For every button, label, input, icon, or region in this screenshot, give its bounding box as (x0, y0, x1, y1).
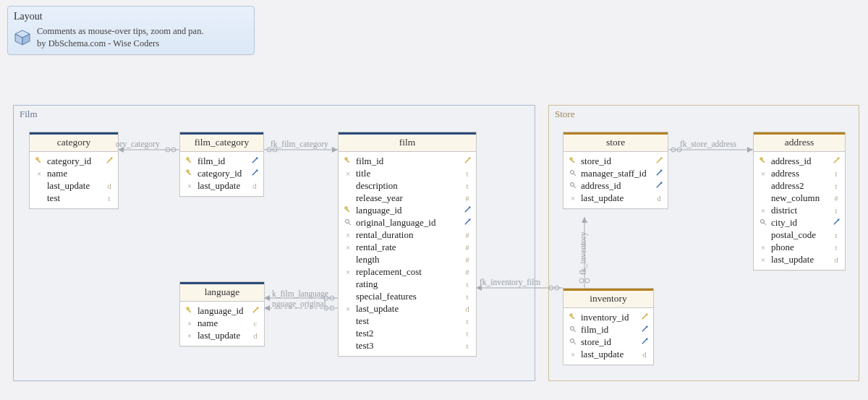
col-left-icon (568, 169, 578, 179)
column-row[interactable]: release_year# (339, 192, 476, 204)
column-row[interactable]: ×addresst (754, 167, 845, 179)
svg-point-48 (571, 170, 574, 174)
column-row[interactable]: film_id (339, 155, 476, 167)
rel-film-language: k_film_language (272, 289, 328, 298)
col-right-icon (250, 156, 259, 166)
column-row[interactable]: ×last_updated (180, 179, 263, 192)
column-row[interactable]: address2t (754, 179, 845, 192)
column-row[interactable]: address_id (754, 155, 845, 167)
column-row[interactable]: ×rental_duration# (339, 229, 476, 241)
column-row[interactable]: manager_staff_id (563, 167, 668, 179)
col-right-icon: t (832, 182, 841, 190)
entity-language[interactable]: languagelanguage_id×namec×last_updated (179, 281, 265, 346)
svg-line-61 (574, 330, 576, 332)
col-right-icon: d (640, 350, 649, 359)
svg-line-53 (574, 186, 576, 188)
group-label-store: Store (555, 108, 574, 120)
column-name: film_id (195, 156, 250, 167)
column-row[interactable]: ×last_updated (754, 253, 845, 265)
column-row[interactable]: test3t (339, 339, 476, 352)
column-row[interactable]: testt (339, 315, 476, 327)
col-left-icon: × (568, 194, 578, 203)
col-right-icon: d (463, 305, 472, 313)
col-left-icon: × (184, 331, 195, 340)
column-row[interactable]: descriptiont (339, 179, 476, 192)
entity-inventory[interactable]: inventoryinventory_idfilm_idstore_id×las… (563, 288, 654, 365)
column-row[interactable]: ×last_updated (180, 329, 264, 341)
column-row[interactable]: store_id (563, 155, 668, 167)
column-row[interactable]: category_id (180, 167, 263, 179)
layout-info-panel: Layout Comments as mouse-over tips, zoom… (7, 6, 255, 55)
entity-title[interactable]: address (754, 132, 845, 152)
column-row[interactable]: inventory_id (563, 311, 653, 323)
column-row[interactable]: test2t (339, 327, 476, 339)
column-row[interactable]: store_id (563, 336, 653, 348)
column-row[interactable]: ×name (30, 167, 118, 179)
column-row[interactable]: ×replacement_cost# (339, 265, 476, 278)
col-left-icon (184, 156, 195, 166)
svg-rect-41 (187, 309, 191, 312)
column-row[interactable]: city_id (754, 216, 845, 229)
entity-title[interactable]: language (180, 282, 264, 302)
column-row[interactable]: original_language_id (339, 216, 476, 229)
entity-title[interactable]: film (339, 132, 476, 152)
entity-address[interactable]: addressaddress_id×addresstaddress2tnew_c… (753, 132, 846, 271)
column-row[interactable]: ×titlet (339, 167, 476, 179)
entity-film[interactable]: filmfilm_id×titletdescriptiontrelease_ye… (338, 132, 477, 357)
column-name: address_id (578, 180, 655, 192)
col-right-icon (655, 181, 663, 190)
column-row[interactable]: ×rental_rate# (339, 241, 476, 253)
column-row[interactable]: film_id (180, 155, 263, 167)
entity-title[interactable]: film_category (180, 132, 263, 152)
svg-line-65 (574, 342, 576, 344)
svg-rect-29 (346, 159, 349, 163)
svg-rect-17 (37, 159, 41, 163)
column-row[interactable]: last_updated (30, 179, 118, 192)
column-name: title (353, 168, 463, 179)
column-row[interactable]: category_id (30, 155, 118, 167)
column-row[interactable]: address_id (563, 179, 668, 192)
entity-title[interactable]: inventory (563, 289, 653, 308)
col-right-icon: d (250, 182, 259, 190)
column-row[interactable]: ×last_updated (563, 348, 653, 360)
col-right-icon: d (832, 255, 841, 264)
column-row[interactable]: ratingt (339, 278, 476, 290)
column-row[interactable]: new_column# (754, 192, 845, 204)
col-right-icon (640, 325, 649, 334)
column-row[interactable]: ×last_updated (339, 302, 476, 315)
column-name: last_update (44, 180, 105, 192)
column-row[interactable]: ×namec (180, 317, 264, 329)
col-left-icon: × (758, 169, 768, 178)
column-name: address_id (768, 156, 832, 167)
col-right-icon (832, 156, 841, 166)
col-left-icon (568, 181, 578, 191)
column-name: special_features (353, 291, 463, 302)
column-row[interactable]: film_id (563, 323, 653, 336)
column-row[interactable]: language_id (339, 204, 476, 216)
column-row[interactable]: ×phonet (754, 241, 845, 253)
column-name: district (768, 205, 832, 216)
column-name: address2 (768, 180, 832, 192)
entity-film-category[interactable]: film_categoryfilm_idcategory_id×last_upd… (179, 132, 264, 197)
entity-store[interactable]: storestore_idmanager_staff_idaddress_id×… (563, 132, 668, 209)
col-right-icon: t (463, 169, 472, 178)
diagram-canvas[interactable]: Layout Comments as mouse-over tips, zoom… (0, 0, 868, 400)
col-right-icon (463, 156, 472, 166)
col-right-icon: # (463, 243, 472, 252)
entity-title[interactable]: category (30, 132, 118, 152)
column-row[interactable]: postal_codet (754, 229, 845, 241)
entity-category[interactable]: categorycategory_id×namelast_updatedtest… (29, 132, 119, 209)
column-row[interactable]: testt (30, 192, 118, 204)
column-row[interactable]: ×districtt (754, 204, 845, 216)
column-row[interactable]: ×last_updated (563, 192, 668, 204)
entity-title[interactable]: store (563, 132, 668, 152)
rel-inventory-store: fk_inventory (579, 232, 587, 275)
col-left-icon: × (343, 243, 353, 252)
column-row[interactable]: length# (339, 253, 476, 265)
column-name: manager_staff_id (578, 168, 655, 179)
column-row[interactable]: special_featurest (339, 290, 476, 302)
col-left-icon (343, 205, 353, 216)
col-right-icon: t (463, 341, 472, 350)
column-name: description (353, 180, 463, 192)
column-row[interactable]: language_id (180, 305, 264, 317)
